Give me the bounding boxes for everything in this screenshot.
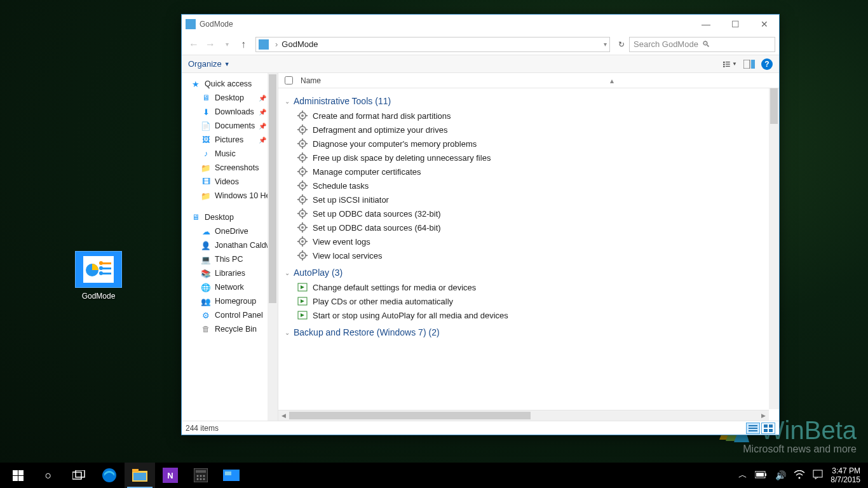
list-item[interactable]: Create and format hard disk partitions [285, 109, 773, 123]
status-bar: 244 items [182, 421, 779, 435]
nav-qa-item[interactable]: 🖼Pictures📌 [182, 133, 278, 147]
tray-overflow-button[interactable]: ︿ [738, 470, 747, 481]
nav-qa-item[interactable]: 📁Windows 10 Her [182, 189, 278, 203]
group-header[interactable]: ⌄Backup and Restore (Windows 7)(2) [285, 327, 773, 337]
nav-desktop-root[interactable]: 🖥 Desktop [182, 210, 278, 224]
list-item[interactable]: Manage computer certificates [285, 165, 773, 179]
column-headers: Name ▴ [278, 73, 779, 88]
recent-dropdown[interactable]: ▾ [219, 36, 235, 53]
gear-icon [297, 139, 308, 149]
svg-rect-118 [765, 473, 766, 476]
list-item[interactable]: Diagnose your computer's memory problems [285, 137, 773, 151]
list-item[interactable]: Set up ODBC data sources (64-bit) [285, 220, 773, 234]
nav-qa-item[interactable]: 📁Screenshots [182, 161, 278, 175]
status-item-count: 244 items [186, 424, 219, 433]
nav-qa-item[interactable]: 🖥Desktop📌 [182, 91, 278, 105]
group-header[interactable]: ⌄Administrative Tools(11) [285, 96, 773, 106]
nav-dt-item[interactable]: 💻This PC [182, 252, 278, 266]
taskbar-app-edge[interactable] [94, 463, 125, 488]
up-button[interactable]: ↑ [235, 36, 252, 53]
folder-icon: 🖼 [201, 135, 211, 145]
nav-scrollbar[interactable] [268, 73, 278, 421]
volume-icon[interactable]: 🔊 [775, 470, 786, 480]
folder-icon: 🎞 [201, 177, 211, 187]
folder-icon: 📄 [201, 121, 211, 131]
thumbnails-view-button[interactable] [761, 423, 775, 434]
list-item[interactable]: Change default settings for media or dev… [285, 280, 773, 294]
search-input[interactable]: Search GodMode 🔍︎ [629, 37, 775, 52]
taskbar-app-onenote[interactable]: N [155, 463, 186, 488]
gear-icon [297, 152, 308, 163]
title-bar[interactable]: GodMode — ☐ ✕ [182, 15, 779, 34]
chevron-down-icon: ⌄ [285, 98, 294, 105]
scroll-right-icon[interactable]: ▶ [758, 412, 769, 419]
item-list: ⌄Administrative Tools(11)Create and form… [278, 88, 779, 421]
list-item[interactable]: View event logs [285, 234, 773, 248]
nav-qa-item[interactable]: 🎞Videos [182, 175, 278, 189]
nav-dt-item[interactable]: 🗑Recycle Bin [182, 322, 278, 336]
taskbar-app-other[interactable] [216, 463, 247, 488]
refresh-button[interactable]: ↻ [614, 37, 629, 52]
list-item[interactable]: Play CDs or other media automatically [285, 294, 773, 308]
close-button[interactable]: ✕ [750, 15, 779, 34]
horizontal-scrollbar[interactable]: ◀ ▶ [278, 410, 769, 421]
svg-rect-9 [723, 64, 725, 65]
nav-dt-item[interactable]: ☁OneDrive [182, 224, 278, 238]
maximize-button[interactable]: ☐ [721, 15, 750, 34]
breadcrumb[interactable]: GodMode [281, 39, 318, 49]
nav-dt-item[interactable]: 👤Jonathan Caldwe [182, 238, 278, 252]
minimize-button[interactable]: — [691, 15, 721, 34]
details-view-button[interactable] [746, 423, 760, 434]
svg-rect-97 [13, 476, 18, 481]
list-item[interactable]: Free up disk space by deleting unnecessa… [285, 151, 773, 165]
list-item[interactable]: Set up ODBC data sources (32-bit) [285, 207, 773, 220]
preview-pane-button[interactable] [742, 58, 756, 70]
column-name[interactable]: Name [301, 76, 321, 85]
start-button[interactable] [3, 463, 33, 488]
desktop-icon-godmode[interactable]: GodMode [73, 251, 124, 301]
nav-quick-access[interactable]: ★ Quick access [182, 77, 278, 91]
organize-button[interactable]: Organize ▼ [188, 59, 230, 69]
select-all-checkbox[interactable] [285, 76, 293, 85]
gear-icon [297, 194, 308, 205]
scroll-left-icon[interactable]: ◀ [278, 412, 289, 419]
task-view-button[interactable] [64, 463, 94, 488]
taskbar-app-explorer[interactable] [125, 463, 155, 488]
clock[interactable]: 3:47 PM 8/7/2015 [831, 466, 860, 484]
explorer-window: GodMode — ☐ ✕ ← → ▾ ↑ › GodMode ▾ ↻ [181, 14, 780, 435]
nav-dt-item[interactable]: 👥Homegroup [182, 294, 278, 308]
wifi-icon[interactable] [794, 470, 805, 481]
group-header[interactable]: ⌄AutoPlay(3) [285, 268, 773, 278]
svg-point-113 [200, 478, 202, 480]
help-button[interactable]: ? [761, 58, 773, 70]
pin-icon: 📌 [259, 137, 266, 144]
window-icon [186, 19, 196, 29]
vertical-scrollbar[interactable] [769, 88, 779, 409]
svg-point-23 [301, 128, 304, 131]
nav-qa-item[interactable]: ⬇Downloads📌 [182, 105, 278, 119]
cortana-button[interactable]: ○ [33, 463, 64, 488]
list-item[interactable]: Defragment and optimize your drives [285, 123, 773, 137]
taskbar-app-calculator[interactable] [186, 463, 216, 488]
view-options-button[interactable]: ▼ [723, 58, 737, 70]
svg-point-41 [301, 170, 304, 173]
address-bar[interactable]: › GodMode ▾ [255, 37, 610, 52]
nav-dt-item[interactable]: 📚Libraries [182, 266, 278, 280]
nav-qa-item[interactable]: ♪Music [182, 147, 278, 161]
list-item[interactable]: Set up iSCSI initiator [285, 193, 773, 207]
svg-point-5 [99, 261, 103, 265]
list-item[interactable]: Schedule tasks [285, 179, 773, 193]
nav-bar: ← → ▾ ↑ › GodMode ▾ ↻ Search GodMode 🔍︎ [182, 34, 779, 55]
battery-icon[interactable] [755, 470, 768, 480]
svg-point-111 [203, 475, 205, 477]
forward-button[interactable]: → [202, 36, 219, 53]
list-item[interactable]: View local services [285, 248, 773, 262]
action-center-icon[interactable] [813, 470, 823, 482]
list-item[interactable]: Start or stop using AutoPlay for all med… [285, 308, 773, 322]
nav-qa-item[interactable]: 📄Documents📌 [182, 119, 278, 133]
nav-dt-item[interactable]: ⚙Control Panel [182, 308, 278, 322]
address-dropdown-icon[interactable]: ▾ [604, 41, 607, 48]
back-button[interactable]: ← [186, 36, 202, 53]
svg-rect-103 [132, 469, 139, 472]
nav-dt-item[interactable]: 🌐Network [182, 280, 278, 294]
